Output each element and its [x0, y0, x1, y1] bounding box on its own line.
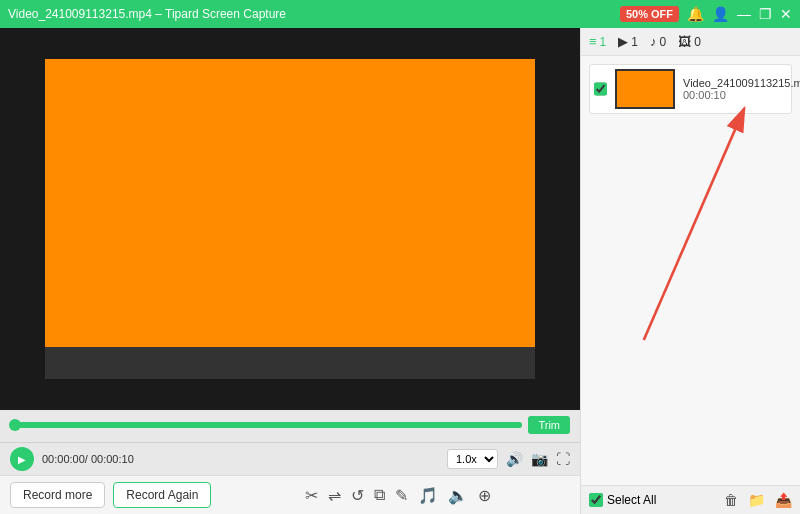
select-all-label: Select All [607, 493, 656, 507]
tab-audio-count: 0 [659, 35, 666, 49]
video-frame [45, 59, 535, 379]
video-tab-icon: ▶ [618, 34, 628, 49]
bottom-bar: Record more Record Again ✂ ⇌ ↺ ⧉ ✎ 🎵 🔈 ⊕ [0, 475, 580, 514]
list-icon: ≡ [589, 34, 597, 49]
title-bar-left: Video_241009113215.mp4 – Tipard Screen C… [8, 7, 286, 21]
audio-tab-icon: ♪ [650, 34, 657, 49]
user-icon[interactable]: 👤 [712, 6, 729, 22]
right-action-icons: 🗑 📁 📤 [724, 492, 792, 508]
more-icon[interactable]: ⊕ [478, 486, 491, 505]
audio-icon[interactable]: 🎵 [418, 486, 438, 505]
video-area [0, 28, 580, 410]
image-tab-icon: 🖼 [678, 34, 691, 49]
app-title: Video_241009113215.mp4 – Tipard Screen C… [8, 7, 286, 21]
select-all-area: Select All [589, 493, 656, 507]
left-panel: Trim ▶ 00:00:00/ 00:00:10 1.0x 0.5x 1.5x… [0, 28, 580, 514]
right-panel: ≡ 1 ▶ 1 ♪ 0 🖼 0 Video_241009113215 [580, 28, 800, 514]
tab-image-count: 0 [694, 35, 701, 49]
right-bottom: Select All 🗑 📁 📤 [581, 485, 800, 514]
folder-icon[interactable]: 📁 [748, 492, 765, 508]
bell-icon[interactable]: 🔔 [687, 6, 704, 22]
timeline-bar[interactable] [10, 422, 522, 428]
video-content [45, 59, 535, 347]
restore-button[interactable]: ❐ [759, 7, 772, 21]
play-button[interactable]: ▶ [10, 447, 34, 471]
tab-all[interactable]: ≡ 1 [589, 34, 606, 49]
timeline-fill [10, 422, 522, 428]
adjust-icon[interactable]: ⇌ [328, 486, 341, 505]
timeline-bar-container: Trim [10, 416, 570, 434]
close-button[interactable]: ✕ [780, 7, 792, 21]
rotate-icon[interactable]: ↺ [351, 486, 364, 505]
volume-icon[interactable]: 🔊 [506, 451, 523, 467]
record-again-button[interactable]: Record Again [113, 482, 211, 508]
tab-video-count: 1 [631, 35, 638, 49]
promo-badge: 50% OFF [620, 6, 679, 22]
title-bar-right: 50% OFF 🔔 👤 — ❐ ✕ [620, 6, 792, 22]
media-item: Video_241009113215.mp4 00:00:10 ↗ [589, 64, 792, 114]
edit-icon[interactable]: ✎ [395, 486, 408, 505]
media-info: Video_241009113215.mp4 00:00:10 [683, 77, 800, 101]
copy-icon[interactable]: ⧉ [374, 486, 385, 504]
camera-icon[interactable]: 📷 [531, 451, 548, 467]
trim-button[interactable]: Trim [528, 416, 570, 434]
video-dark-bar [45, 347, 535, 379]
record-more-button[interactable]: Record more [10, 482, 105, 508]
tab-video[interactable]: ▶ 1 [618, 34, 638, 49]
tab-all-count: 1 [600, 35, 607, 49]
minimize-button[interactable]: — [737, 7, 751, 21]
select-all-checkbox[interactable] [589, 493, 603, 507]
media-name: Video_241009113215.mp4 [683, 77, 800, 89]
delete-icon[interactable]: 🗑 [724, 492, 738, 508]
svg-line-1 [644, 108, 745, 340]
media-checkbox[interactable] [594, 82, 607, 96]
media-duration: 00:00:10 [683, 89, 800, 101]
title-bar: Video_241009113215.mp4 – Tipard Screen C… [0, 0, 800, 28]
right-content: Video_241009113215.mp4 00:00:10 ↗ [581, 56, 800, 485]
cut-icon[interactable]: ✂ [305, 486, 318, 505]
time-display: 00:00:00/ 00:00:10 [42, 453, 439, 465]
export-all-icon[interactable]: 📤 [775, 492, 792, 508]
timeline-area: Trim [0, 410, 580, 442]
bottom-icons: ✂ ⇌ ↺ ⧉ ✎ 🎵 🔈 ⊕ [225, 486, 570, 505]
tab-audio[interactable]: ♪ 0 [650, 34, 666, 49]
controls-area: ▶ 00:00:00/ 00:00:10 1.0x 0.5x 1.5x 2.0x… [0, 442, 580, 475]
tab-image[interactable]: 🖼 0 [678, 34, 701, 49]
fullscreen-icon[interactable]: ⛶ [556, 451, 570, 467]
timeline-handle[interactable] [9, 419, 21, 431]
media-thumbnail [615, 69, 675, 109]
speed-select[interactable]: 1.0x 0.5x 1.5x 2.0x [447, 449, 498, 469]
main-container: Trim ▶ 00:00:00/ 00:00:10 1.0x 0.5x 1.5x… [0, 28, 800, 514]
right-tabs: ≡ 1 ▶ 1 ♪ 0 🖼 0 [581, 28, 800, 56]
volume2-icon[interactable]: 🔈 [448, 486, 468, 505]
